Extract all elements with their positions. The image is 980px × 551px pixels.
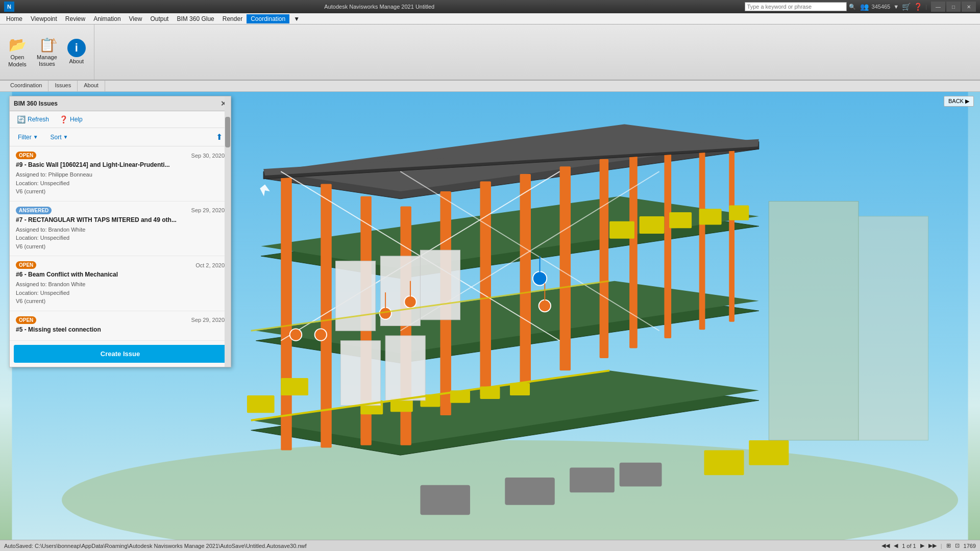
issue-title: #7 - RECTANGULAR WITH TAPS MITERED and 4… xyxy=(16,216,225,223)
create-issue-button[interactable]: Create Issue xyxy=(14,345,227,363)
menu-bar: Home Viewpoint Review Animation View Out… xyxy=(0,13,980,24)
title-bar-icons: 👥 345465 ▼ 🛒 ❓ | xyxy=(860,3,927,11)
divider2: | xyxy=(941,543,942,549)
search-icon[interactable]: 🔍 xyxy=(849,4,856,10)
issue-date: Sep 30, 2020 xyxy=(191,153,225,159)
refresh-button[interactable]: 🔄 Refresh xyxy=(15,114,51,124)
issue-header: OPEN Sep 30, 2020 xyxy=(16,152,225,159)
ribbon-tab-about[interactable]: About xyxy=(78,81,105,91)
issue-item[interactable]: ANSWERED Sep 29, 2020 #7 - RECTANGULAR W… xyxy=(10,202,231,257)
bim-panel: BIM 360 Issues ✕ 🔄 Refresh ❓ Help Filter… xyxy=(9,96,231,367)
issue-date: Sep 29, 2020 xyxy=(191,207,225,213)
search-input[interactable] xyxy=(745,2,847,11)
svg-rect-18 xyxy=(600,159,609,358)
menu-bim360glue[interactable]: BIM 360 Glue xyxy=(173,14,218,23)
svg-rect-41 xyxy=(729,205,749,220)
ribbon-open-models[interactable]: 📂 OpenModels xyxy=(4,35,31,69)
svg-rect-65 xyxy=(769,202,859,440)
menu-home[interactable]: Home xyxy=(2,14,27,23)
help-circle-icon: ❓ xyxy=(59,115,68,123)
manage-issues-icon: 📋⚠ xyxy=(39,37,55,53)
issue-title: #5 - Missing steel connection xyxy=(16,326,225,333)
svg-rect-48 xyxy=(385,336,425,400)
scrollbar[interactable] xyxy=(225,96,231,367)
ribbon-tab-row: Coordination Issues About xyxy=(0,81,980,92)
open-models-label: OpenModels xyxy=(8,54,26,67)
menu-review[interactable]: Review xyxy=(61,14,89,23)
sort-dropdown-icon: ▼ xyxy=(63,134,68,140)
svg-rect-15 xyxy=(480,182,491,395)
about-label: About xyxy=(69,58,84,65)
svg-rect-60 xyxy=(505,478,555,505)
bim-panel-title: BIM 360 Issues xyxy=(14,100,58,107)
filter-dropdown-icon: ▼ xyxy=(33,134,38,140)
export-button[interactable]: ⬆ xyxy=(213,131,226,143)
minimize-button[interactable]: — xyxy=(931,2,945,12)
menu-coordination[interactable]: Coordination xyxy=(247,14,289,23)
sort-label: Sort xyxy=(51,134,62,141)
svg-rect-30 xyxy=(281,378,308,395)
issue-version: V6 (current) xyxy=(16,297,225,306)
status-bar: AutoSaved: C:\Users\bonneap\AppData\Roam… xyxy=(0,540,980,551)
bim-panel-header: BIM 360 Issues ✕ xyxy=(10,96,231,111)
ribbon-about[interactable]: i About xyxy=(63,35,90,69)
svg-rect-20 xyxy=(664,149,671,338)
window-controls: — □ ✕ xyxy=(931,2,976,12)
menu-animation[interactable]: Animation xyxy=(89,14,125,23)
ribbon-tab-coordination[interactable]: Coordination xyxy=(4,81,48,91)
filter-label: Filter xyxy=(18,134,32,141)
cart-icon[interactable]: 🛒 xyxy=(902,3,911,11)
menu-extra[interactable]: ▼ xyxy=(289,14,304,23)
issue-badge-open: OPEN xyxy=(16,152,36,159)
nav-prev-icon[interactable]: ◀◀ xyxy=(881,542,890,549)
autosave-text: AutoSaved: C:\Users\bonneap\AppData\Roam… xyxy=(4,543,307,549)
app-logo: N xyxy=(4,2,14,12)
ribbon-tab-issues[interactable]: Issues xyxy=(48,81,78,91)
bim-panel-toolbar: 🔄 Refresh ❓ Help xyxy=(10,111,231,128)
filter-button[interactable]: Filter ▼ xyxy=(15,133,41,142)
menu-render[interactable]: Render xyxy=(218,14,247,23)
help-icon[interactable]: ❓ xyxy=(914,3,922,11)
issue-location: Location: Unspecified xyxy=(16,234,225,242)
ribbon-manage-issues[interactable]: 📋⚠ ManageIssues xyxy=(33,35,61,69)
sort-button[interactable]: Sort ▼ xyxy=(47,133,71,142)
menu-view[interactable]: View xyxy=(125,14,146,23)
issue-item[interactable]: OPEN Sep 29, 2020 #5 - Missing steel con… xyxy=(10,311,231,341)
back-button[interactable]: BACK ▶ xyxy=(944,96,974,107)
help-button[interactable]: ❓ Help xyxy=(57,114,85,124)
svg-rect-66 xyxy=(859,216,928,440)
svg-rect-37 xyxy=(609,221,634,239)
nav-next-icon[interactable]: ▶▶ xyxy=(928,542,937,549)
svg-rect-22 xyxy=(729,143,734,322)
svg-rect-17 xyxy=(560,166,571,370)
issues-list[interactable]: OPEN Sep 30, 2020 #9 - Basic Wall [10602… xyxy=(10,146,231,341)
svg-rect-42 xyxy=(704,450,744,475)
issue-item[interactable]: OPEN Sep 30, 2020 #9 - Basic Wall [10602… xyxy=(10,146,231,202)
svg-rect-44 xyxy=(336,261,376,331)
scrollbar-thumb[interactable] xyxy=(225,117,230,147)
menu-viewpoint[interactable]: Viewpoint xyxy=(27,14,61,23)
svg-rect-29 xyxy=(247,395,275,413)
manage-issues-label: ManageIssues xyxy=(37,54,57,67)
issue-title: #9 - Basic Wall [1060214] and Light-Line… xyxy=(16,161,225,168)
status-right: ◀◀ ◀ 1 of 1 ▶ ▶▶ | ⊞ ⊡ 1769 xyxy=(881,542,976,549)
zoom-level: 1769 xyxy=(964,543,976,549)
svg-point-52 xyxy=(315,329,327,340)
svg-rect-10 xyxy=(281,171,291,450)
nav-forward-icon[interactable]: ▶ xyxy=(920,542,924,549)
refresh-label: Refresh xyxy=(28,116,49,123)
fit-icon[interactable]: ⊡ xyxy=(955,542,960,549)
issue-header: OPEN Oct 2, 2020 xyxy=(16,261,225,269)
issue-item[interactable]: OPEN Oct 2, 2020 #6 - Beam Conflict with… xyxy=(10,256,231,311)
nav-back-icon[interactable]: ◀ xyxy=(894,542,898,549)
menu-output[interactable]: Output xyxy=(146,14,173,23)
issue-assigned: Assigned to: Philippe Bonneau xyxy=(16,170,225,179)
view-mode-icon[interactable]: ⊞ xyxy=(946,542,951,549)
issue-badge-open: OPEN xyxy=(16,316,36,324)
maximize-button[interactable]: □ xyxy=(946,2,961,12)
issue-date: Oct 2, 2020 xyxy=(195,262,225,268)
close-button[interactable]: ✕ xyxy=(962,2,976,12)
dropdown-arrow[interactable]: ▼ xyxy=(893,4,899,10)
issue-badge-open: OPEN xyxy=(16,261,36,269)
svg-rect-43 xyxy=(749,440,789,465)
